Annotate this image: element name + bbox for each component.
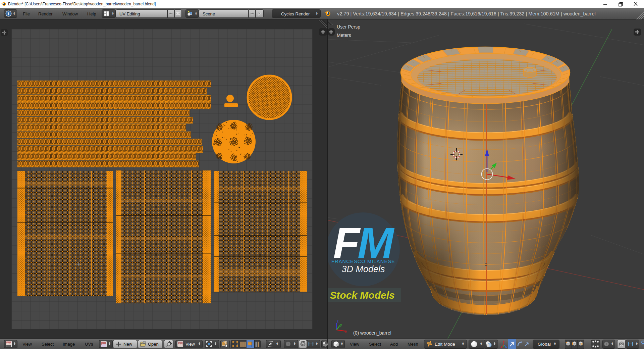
svg-text:Stock Models: Stock Models [330, 290, 394, 301]
svg-text:User Persp: User Persp [337, 24, 360, 30]
svg-text:x: x [345, 329, 347, 333]
svg-text:FRANCESCO MILANESE: FRANCESCO MILANESE [331, 259, 395, 264]
svg-text:Meters: Meters [337, 33, 351, 38]
svg-text:y: y [340, 323, 342, 327]
svg-text:(0) wooden_barrel: (0) wooden_barrel [353, 330, 391, 336]
svg-text:3D Models: 3D Models [341, 264, 385, 274]
svg-text:z: z [337, 319, 339, 323]
